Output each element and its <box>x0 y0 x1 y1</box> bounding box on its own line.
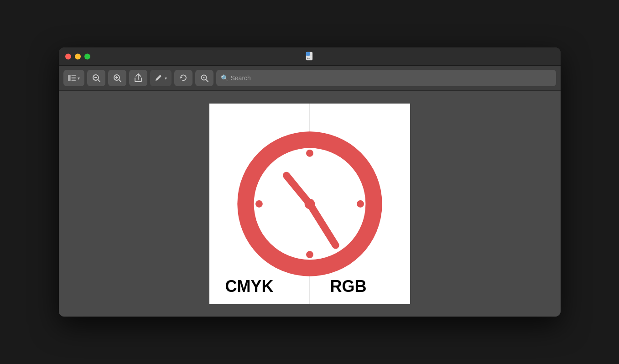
sidebar-chevron-icon: ▾ <box>78 76 80 81</box>
search-input[interactable] <box>216 70 556 86</box>
zoom-in-button[interactable] <box>108 70 126 86</box>
document-icon: doc <box>305 52 315 62</box>
document-page: CMYK RGB <box>209 104 410 304</box>
maximize-button[interactable] <box>84 53 90 59</box>
svg-point-20 <box>306 150 313 157</box>
find-button[interactable] <box>195 70 213 86</box>
clock-container <box>223 117 396 291</box>
svg-rect-6 <box>71 78 75 78</box>
svg-rect-1 <box>306 52 310 56</box>
sidebar-toggle-button[interactable]: ▾ <box>63 70 84 86</box>
label-row: CMYK RGB <box>209 277 383 296</box>
svg-text:doc: doc <box>307 57 310 59</box>
svg-point-21 <box>357 200 364 208</box>
close-button[interactable] <box>65 53 71 59</box>
svg-point-22 <box>306 251 313 258</box>
svg-point-26 <box>304 198 315 209</box>
cmyk-label: CMYK <box>225 277 274 296</box>
svg-rect-2 <box>306 56 312 56</box>
zoom-out-button[interactable] <box>87 70 105 86</box>
svg-rect-7 <box>71 80 75 81</box>
titlebar: doc <box>59 47 561 66</box>
toolbar: ▾ <box>59 66 561 91</box>
svg-point-16 <box>203 77 204 78</box>
svg-line-14 <box>119 80 121 82</box>
traffic-lights <box>65 53 90 59</box>
rgb-label: RGB <box>330 277 367 296</box>
svg-line-17 <box>206 79 208 82</box>
clock-svg <box>232 126 387 281</box>
svg-rect-5 <box>71 75 75 76</box>
markup-dropdown-icon: ▾ <box>165 76 167 81</box>
svg-rect-4 <box>68 75 71 81</box>
app-window: doc ▾ <box>59 47 561 317</box>
share-button[interactable] <box>129 70 147 86</box>
search-wrapper: 🔍 <box>216 70 556 86</box>
svg-line-10 <box>98 80 100 82</box>
content-area: CMYK RGB <box>59 91 561 317</box>
minimize-button[interactable] <box>75 53 81 59</box>
rotate-button[interactable] <box>174 70 192 86</box>
svg-point-23 <box>255 200 263 208</box>
markup-button[interactable]: ▾ <box>150 70 172 86</box>
